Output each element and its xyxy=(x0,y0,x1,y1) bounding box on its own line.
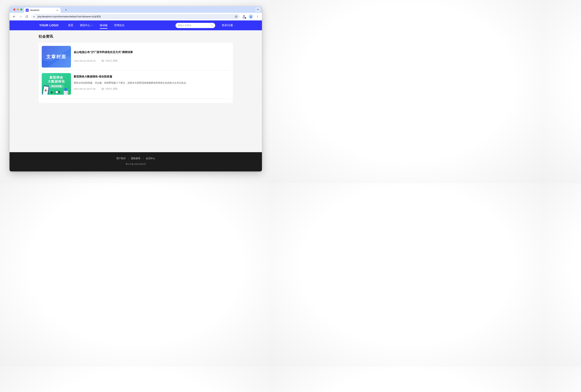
search-box[interactable] xyxy=(175,23,215,28)
toolbar-right-icons xyxy=(242,14,259,19)
article-description: 报告分综合防疫篇、武汉篇、拒绝野味篇三个部分，还原本次新型冠状病毒肺炎疫情发生前… xyxy=(74,81,230,84)
nav-menu: 首页 资讯中心 移动端 管理后台 xyxy=(65,20,128,30)
thumbnail-title-line2: 大数据报告 xyxy=(48,80,65,84)
close-window-button[interactable] xyxy=(13,8,15,10)
eye-icon xyxy=(101,88,104,90)
site-footer: 用户协议 | 隐私政策 | 会员中心 粤ICP备19081985号 xyxy=(9,152,262,172)
new-tab-button[interactable]: + xyxy=(63,8,68,12)
article-views: 3180人浏览 xyxy=(101,59,117,62)
site-navbar: YOUR LOGO 首页 资讯中心 移动端 xyxy=(9,20,262,30)
experiments-button[interactable] xyxy=(242,15,246,18)
icp-record-number: 粤ICP备19081985号 xyxy=(9,162,262,166)
search-icon[interactable] xyxy=(211,24,213,27)
nav-item-mobile[interactable]: 移动端 xyxy=(100,20,107,30)
back-button[interactable] xyxy=(12,14,16,19)
medical-cross-illustration xyxy=(44,89,47,92)
kebab-menu-icon[interactable] xyxy=(256,15,259,18)
bookmark-star-icon[interactable] xyxy=(235,15,238,18)
footer-link-privacy-policy[interactable]: 隐私政策 xyxy=(131,157,140,160)
tab-search-button[interactable] xyxy=(255,7,260,12)
article-list-card: 文章封面 金山电池公布“沪广深市民绿色生活方式”调查结果 2022-09-16 … xyxy=(38,43,233,103)
article-thumbnail[interactable]: 新型肺炎 大数据报告 综合防疫篇 xyxy=(42,73,71,95)
minimize-window-button[interactable] xyxy=(17,8,19,10)
tab-strip: LA likeadmin × + xyxy=(9,6,262,13)
back-arrow-icon xyxy=(13,15,16,18)
active-tab-underline xyxy=(100,28,107,29)
reload-icon xyxy=(25,15,28,18)
chevron-down-icon xyxy=(91,24,93,26)
tune-icon xyxy=(33,16,35,18)
browser-tab[interactable]: LA likeadmin × xyxy=(24,8,60,13)
notification-dot xyxy=(245,17,246,19)
person-illustration xyxy=(67,92,68,94)
search-input[interactable] xyxy=(178,24,211,27)
divider xyxy=(42,98,230,99)
browser-toolbar: php.likeadmin.cn/pc/information/default?… xyxy=(9,13,262,20)
close-tab-icon[interactable]: × xyxy=(56,9,59,12)
url-text: php.likeadmin.cn/pc/information/default?… xyxy=(37,15,235,18)
thumbnail-cover-text: 文章封面 xyxy=(46,54,66,60)
chevron-down-icon xyxy=(257,8,259,10)
person-icon xyxy=(249,15,252,18)
article-views: 1843人浏览 xyxy=(101,87,117,90)
page-viewport: YOUR LOGO 首页 资讯中心 移动端 xyxy=(9,20,262,172)
zoom-window-button[interactable] xyxy=(20,8,22,10)
article-row[interactable]: 新型肺炎 大数据报告 综合防疫篇 新型肺炎大数据报告-综合防疫篇 xyxy=(42,73,230,95)
article-date: 2022-09-16 18:07:34 xyxy=(74,88,95,90)
footer-link-user-agreement[interactable]: 用户协议 xyxy=(116,157,126,160)
article-title[interactable]: 新型肺炎大数据报告-综合防疫篇 xyxy=(74,75,230,78)
reload-button[interactable] xyxy=(24,14,29,19)
nav-item-news-center[interactable]: 资讯中心 xyxy=(80,20,93,30)
site-info-button[interactable] xyxy=(32,14,36,19)
thumbnail-title-line1: 新型肺炎 xyxy=(49,76,63,80)
eye-icon xyxy=(101,60,104,62)
tab-title: likeadmin xyxy=(30,9,56,12)
person-illustration xyxy=(58,91,60,93)
page-title: 社会资讯 xyxy=(38,34,233,39)
profile-avatar[interactable] xyxy=(249,14,253,19)
forward-arrow-icon xyxy=(19,15,22,18)
login-register-link[interactable]: 登录/注册 xyxy=(222,24,233,27)
forward-button[interactable] xyxy=(18,14,23,19)
address-bar[interactable]: php.likeadmin.cn/pc/information/default?… xyxy=(31,14,240,19)
thumbnail-badge: 综合防疫篇 xyxy=(49,84,64,88)
fingerprint-illustration xyxy=(64,88,67,91)
nav-item-admin[interactable]: 管理后台 xyxy=(114,20,124,30)
article-thumbnail[interactable]: 文章封面 xyxy=(42,46,71,68)
browser-window: LA likeadmin × + php.likeadmin.cn/pc xyxy=(9,6,262,172)
article-title[interactable]: 金山电池公布“沪广深市民绿色生活方式”调查结果 xyxy=(74,50,230,54)
article-row[interactable]: 文章封面 金山电池公布“沪广深市民绿色生活方式”调查结果 2022-09-16 … xyxy=(42,46,230,68)
person-illustration xyxy=(51,92,53,93)
site-favicon: LA xyxy=(26,9,29,12)
footer-links: 用户协议 | 隐私政策 | 会员中心 xyxy=(9,152,262,160)
nav-item-home[interactable]: 首页 xyxy=(68,20,73,30)
article-date: 2022-09-16 18:04:25 xyxy=(74,60,95,62)
site-logo[interactable]: YOUR LOGO xyxy=(39,24,58,27)
footer-link-member-center[interactable]: 会员中心 xyxy=(146,157,155,160)
traffic-lights xyxy=(13,8,22,10)
divider xyxy=(42,70,230,70)
